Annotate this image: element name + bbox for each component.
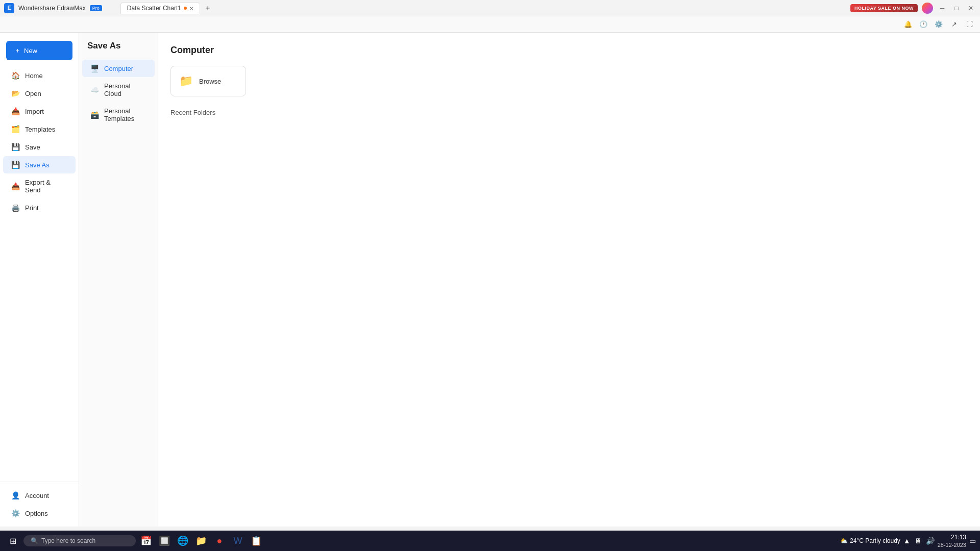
browse-card[interactable]: 📁 Browse [170,66,246,96]
sidebar-item-save-as[interactable]: 💾 Save As [3,156,76,173]
computer-icon: 🖥️ [90,64,99,72]
taskbar-app-word[interactable]: W [230,533,246,549]
taskbar-search[interactable]: 🔍 Type here to search [23,535,136,546]
options-icon: ⚙️ [11,509,20,517]
save-option-personal-templates[interactable]: 🗃️ Personal Templates [82,103,155,127]
content-area: Computer 📁 Browse Recent Folders [158,33,980,527]
toolbar-icons-bar: 🔔 🕐 ⚙️ ↗ ⛶ [0,16,980,33]
content-title: Computer [170,45,968,56]
save-as-panel: Save As 🖥️ Computer ☁️ Personal Cloud 🗃️… [79,33,158,527]
export-label: Export & Send [25,179,67,194]
sidebar-item-open[interactable]: 📂 Open [3,85,76,102]
notification-icon[interactable]: 🔔 [901,18,915,31]
maximize-button[interactable]: □ [951,3,962,13]
weather-text: 24°C Partly cloudy [850,537,900,544]
taskbar-app-edge[interactable]: 🌐 [175,533,191,549]
folder-icon: 📁 [179,74,193,88]
new-button[interactable]: ＋ New [6,41,72,60]
save-option-personal-cloud[interactable]: ☁️ Personal Cloud [82,78,155,102]
sidebar-bottom: 👤 Account ⚙️ Options [0,482,79,527]
taskbar-app-file-explorer[interactable]: 📁 [193,533,209,549]
save-as-label: Save As [25,161,50,169]
show-desktop-button[interactable]: ▭ [969,537,976,545]
options-label: Options [25,510,48,517]
tab-label: Data Scatter Chart1 [127,5,181,12]
network-icon[interactable]: ▲ [903,537,911,545]
save-label: Save [25,143,40,151]
pro-badge: Pro [90,5,102,11]
date-display: 28-12-2023 [938,542,966,548]
new-icon: ＋ [14,46,21,55]
print-label: Print [25,204,39,212]
weather-icon: ⛅ [840,537,848,544]
sidebar-item-export-send[interactable]: 📤 Export & Send [3,174,76,198]
sidebar-item-print[interactable]: 🖨️ Print [3,199,76,216]
import-label: Import [25,108,44,115]
personal-cloud-label: Personal Cloud [104,82,146,97]
browse-label: Browse [199,78,221,85]
fullscreen-icon[interactable]: ⛶ [963,18,976,31]
sidebar: ＋ New 🏠 Home 📂 Open 📥 Import 🗂️ Template… [0,33,79,527]
taskbar-app-chrome[interactable]: ● [211,533,228,549]
sidebar-item-home[interactable]: 🏠 Home [3,67,76,84]
taskbar-right: ⛅ 24°C Partly cloudy ▲ 🖥 🔊 21:13 28-12-2… [840,534,976,548]
account-icon: 👤 [11,491,20,499]
open-label: Open [25,90,41,97]
sidebar-item-save[interactable]: 💾 Save [3,138,76,156]
minimize-button[interactable]: ─ [937,3,947,13]
print-icon: 🖨️ [11,204,20,212]
start-button[interactable]: ⊞ [4,532,21,549]
weather-info: ⛅ 24°C Partly cloudy [840,537,900,544]
datetime[interactable]: 21:13 28-12-2023 [938,534,966,548]
main-layout: ＋ New 🏠 Home 📂 Open 📥 Import 🗂️ Template… [0,33,980,527]
personal-templates-label: Personal Templates [104,107,146,122]
holiday-sale-button[interactable]: HOLIDAY SALE ON NOW [850,4,918,12]
templates-icon: 🗂️ [11,125,20,133]
export-icon: 📤 [11,182,20,190]
settings-icon[interactable]: ⚙️ [932,18,945,31]
save-as-icon: 💾 [11,161,20,169]
recent-folders-label: Recent Folders [170,109,968,116]
save-option-computer[interactable]: 🖥️ Computer [82,60,155,77]
taskbar-system-icons: ▲ 🖥 🔊 [903,537,935,545]
sidebar-item-account[interactable]: 👤 Account [3,487,76,504]
save-as-panel-title: Save As [79,41,158,59]
sidebar-item-templates[interactable]: 🗂️ Templates [3,120,76,138]
taskbar-app-extra[interactable]: 📋 [248,533,264,549]
active-tab[interactable]: Data Scatter Chart1 ✕ [120,2,200,14]
title-bar: E Wondershare EdrawMax Pro Data Scatter … [0,0,980,16]
sidebar-nav: 🏠 Home 📂 Open 📥 Import 🗂️ Templates 💾 Sa… [0,64,79,482]
import-icon: 📥 [11,107,20,115]
taskbar-app-calendar[interactable]: 📅 [138,533,154,549]
tab-close-icon[interactable]: ✕ [189,6,193,11]
cloud-icon: ☁️ [90,86,99,94]
titlebar-left: E Wondershare EdrawMax Pro Data Scatter … [4,2,211,14]
home-label: Home [25,72,43,80]
sidebar-item-import[interactable]: 📥 Import [3,103,76,120]
taskbar-app-task-view[interactable]: 🔲 [156,533,173,549]
share-icon[interactable]: ↗ [947,18,961,31]
home-icon: 🏠 [11,71,20,80]
user-avatar[interactable] [922,3,933,14]
new-tab-button[interactable]: ＋ [204,4,211,13]
sound-icon[interactable]: 🔊 [926,537,935,545]
computer-label: Computer [104,65,133,72]
time-display: 21:13 [938,534,966,542]
app-logo: E [4,3,14,13]
close-button[interactable]: ✕ [966,3,976,13]
open-icon: 📂 [11,89,20,97]
taskbar-left: ⊞ 🔍 Type here to search 📅 🔲 🌐 📁 ● W 📋 [4,532,264,549]
taskbar-search-placeholder: Type here to search [41,537,95,544]
new-label: New [24,47,37,55]
templates-label: Templates [25,126,55,133]
save-icon: 💾 [11,143,20,151]
taskbar: ⊞ 🔍 Type here to search 📅 🔲 🌐 📁 ● W 📋 ⛅ … [0,531,980,551]
app-name: Wondershare EdrawMax [18,5,86,12]
titlebar-right: HOLIDAY SALE ON NOW ─ □ ✕ [850,3,976,14]
taskbar-search-icon: 🔍 [31,537,38,544]
history-icon[interactable]: 🕐 [917,18,930,31]
account-label: Account [25,492,49,499]
lan-icon[interactable]: 🖥 [915,537,922,545]
sidebar-item-options[interactable]: ⚙️ Options [3,505,76,522]
personal-templates-icon: 🗃️ [90,111,99,119]
